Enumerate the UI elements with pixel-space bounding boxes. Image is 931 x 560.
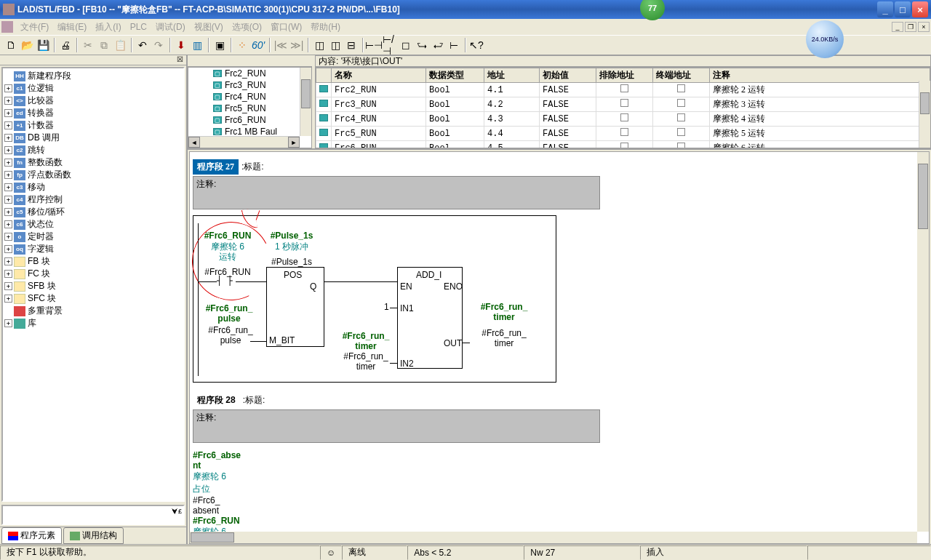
mdi-restore[interactable]: ❐: [905, 22, 916, 32]
maximize-button[interactable]: □: [895, 1, 911, 17]
tree-node[interactable]: +DBDB 调用: [4, 132, 182, 144]
menu-help[interactable]: 帮助(H): [306, 21, 345, 33]
paste-icon[interactable]: 📋: [112, 37, 128, 53]
tree-node[interactable]: +c5移位/循环: [4, 206, 182, 218]
filter-dropdown-icon[interactable]: ⮟₤: [170, 506, 183, 516]
tree-node[interactable]: +oq字逻辑: [4, 243, 182, 255]
network-27-header[interactable]: 程序段 27 :标题:: [193, 159, 926, 175]
tree-node[interactable]: +o定时器: [4, 231, 182, 243]
glasses-icon[interactable]: 60': [250, 37, 266, 53]
tree-node[interactable]: +SFB 块: [4, 280, 182, 292]
save-icon[interactable]: 💾: [35, 37, 51, 53]
tab-program-elements[interactable]: 程序元素: [1, 527, 62, 544]
tree-node[interactable]: +库: [4, 317, 182, 329]
block2-icon[interactable]: ◫: [327, 37, 343, 53]
grid-vscroll[interactable]: [919, 81, 930, 148]
network-28-comment[interactable]: 注释:: [193, 409, 600, 443]
last-icon[interactable]: ≫|: [289, 37, 305, 53]
box-icon[interactable]: ◻: [398, 37, 414, 53]
menu-view[interactable]: 视图(V): [190, 21, 228, 33]
tree-node[interactable]: +c3移动: [4, 181, 182, 193]
menu-file[interactable]: 文件(F): [16, 21, 53, 33]
tree-node[interactable]: +FC 块: [4, 268, 182, 280]
nav-item[interactable]: ▢Frc3_RUN: [188, 79, 311, 91]
variable-grid[interactable]: 名称数据类型地址初始值排除地址终端地址注释Frc2_RUNBool4.1FALS…: [315, 67, 931, 148]
nav-hscroll[interactable]: ◄►: [188, 136, 300, 148]
menu-plc[interactable]: PLC: [126, 22, 151, 32]
editor-hscroll[interactable]: [190, 532, 917, 543]
conn-icon[interactable]: ⊢: [446, 37, 462, 53]
mdi-close[interactable]: ×: [918, 22, 930, 32]
instruction-tree[interactable]: HH新建程序段+c1位逻辑+<>比较器+ed转换器++1计数器+DBDB 调用+…: [3, 68, 183, 500]
tree-node[interactable]: +c6状态位: [4, 218, 182, 231]
first-icon[interactable]: |≪: [273, 37, 289, 53]
block1-icon[interactable]: ◫: [311, 37, 327, 53]
table-row[interactable]: Frc3_RUNBool4.2FALSE摩擦轮 3 运转: [316, 97, 930, 112]
interface-tree[interactable]: ▢Frc2_RUN▢Frc3_RUN▢Frc4_RUN▢Frc5_RUN▢Frc…: [188, 67, 312, 148]
menu-edit[interactable]: 编辑(E): [53, 21, 91, 33]
menu-insert[interactable]: 插入(I): [91, 21, 125, 33]
col-header[interactable]: [316, 68, 332, 83]
table-row[interactable]: Frc4_RUNBool4.3FALSE摩擦轮 4 运转: [316, 112, 930, 127]
tree-node[interactable]: +ed转换器: [4, 107, 182, 119]
mdi-minimize[interactable]: _: [892, 22, 903, 32]
col-header[interactable]: 地址: [484, 68, 540, 83]
nav-vscroll[interactable]: [300, 68, 311, 136]
network-icon[interactable]: ⁘: [234, 37, 250, 53]
open-icon[interactable]: 📂: [19, 37, 35, 53]
cut-icon[interactable]: ✂: [80, 37, 96, 53]
close-button[interactable]: ×: [912, 1, 928, 17]
network-28-diagram[interactable]: #Frc6_absent 摩擦轮 6 占位 #Frc6_absent #Frc6…: [193, 450, 926, 516]
tree-node[interactable]: +SFC 块: [4, 292, 182, 305]
col-header[interactable]: 数据类型: [426, 68, 484, 83]
ladder-editor[interactable]: 程序段 27 :标题: 注释: #Frc6_RUN 摩擦轮 6 运转 #Frc6…: [189, 151, 930, 544]
col-header[interactable]: 名称: [332, 68, 426, 83]
tree-node[interactable]: +c2跳转: [4, 144, 182, 156]
left-pane-close[interactable]: ☒: [0, 55, 186, 65]
help-pointer-icon[interactable]: ↖?: [468, 37, 484, 53]
col-header[interactable]: 注释: [710, 68, 930, 83]
print-icon[interactable]: 🖨: [57, 37, 73, 53]
col-header[interactable]: 终端地址: [653, 68, 710, 83]
tree-node[interactable]: 多重背景: [4, 305, 182, 317]
table-row[interactable]: Frc6_RUNBool4.5FALSE摩擦轮 6 运转: [316, 141, 930, 149]
tree-node[interactable]: +<>比较器: [4, 95, 182, 107]
branch-open-icon[interactable]: ⮑: [414, 37, 430, 53]
nav-item[interactable]: ▢Frc4_RUN: [188, 91, 311, 103]
redo-icon[interactable]: ↷: [151, 37, 167, 53]
coil-icon[interactable]: ⊢/⊣: [382, 37, 398, 53]
network-27-comment[interactable]: 注释:: [193, 176, 600, 209]
tree-node[interactable]: +c1位逻辑: [4, 82, 182, 95]
table-row[interactable]: Frc2_RUNBool4.1FALSE摩擦轮 2 运转: [316, 83, 930, 97]
tree-node[interactable]: HH新建程序段: [4, 70, 182, 82]
tree-node[interactable]: ++1计数器: [4, 119, 182, 132]
tab-call-structure[interactable]: 调用结构: [63, 527, 124, 544]
menu-debug[interactable]: 调试(D): [151, 21, 190, 33]
module-icon[interactable]: ▥: [189, 37, 205, 53]
menu-options[interactable]: 选项(O): [228, 21, 266, 33]
contact-icon[interactable]: ⊢⊣: [366, 37, 382, 53]
network-27-diagram[interactable]: #Frc6_RUN 摩擦轮 6 运转 #Frc6_RUN ┤ ├ POS Q M…: [193, 215, 556, 383]
col-header[interactable]: 初始值: [540, 68, 596, 83]
nav-item[interactable]: ▢Frc2_RUN: [188, 68, 311, 79]
block3-icon[interactable]: ⊟: [343, 37, 359, 53]
nav-item[interactable]: ▢Frc6_RUN: [188, 114, 311, 126]
new-icon[interactable]: 🗋: [3, 37, 19, 53]
menu-window[interactable]: 窗口(W): [266, 21, 306, 33]
nav-item[interactable]: ▢Frc5_RUN: [188, 103, 311, 114]
tree-node[interactable]: +fn整数函数: [4, 156, 182, 169]
monitor-icon[interactable]: ▣: [212, 37, 228, 53]
col-header[interactable]: 排除地址: [596, 68, 653, 83]
table-row[interactable]: Frc5_RUNBool4.4FALSE摩擦轮 5 运转: [316, 127, 930, 141]
tree-node[interactable]: +FB 块: [4, 255, 182, 268]
editor-vscroll[interactable]: [917, 152, 929, 532]
minimize-button[interactable]: _: [877, 1, 893, 17]
copy-icon[interactable]: ⧉: [96, 37, 112, 53]
tree-node[interactable]: +c4程序控制: [4, 193, 182, 206]
tree-node[interactable]: +fp浮点数函数: [4, 169, 182, 181]
download-icon[interactable]: ⬇: [173, 37, 189, 53]
network-28-header[interactable]: 程序段 28 :标题:: [193, 393, 926, 408]
filter-input[interactable]: ⮟₤: [1, 505, 185, 525]
branch-close-icon[interactable]: ⮐: [430, 37, 446, 53]
undo-icon[interactable]: ↶: [135, 37, 151, 53]
